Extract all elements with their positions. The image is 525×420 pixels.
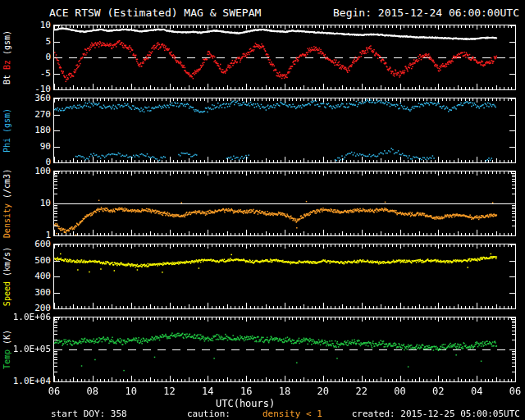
start-doy-label: start DOY: 358 (51, 409, 127, 419)
y-tick-label-phi: 90 (11, 141, 51, 152)
x-tick-label: 20 (312, 386, 335, 397)
y-axis-label-part: Density (2, 199, 11, 238)
y-axis-label-part: (km/s) (2, 247, 11, 276)
y-tick-label-density: 100 (11, 166, 51, 176)
y-tick-label-phi: 270 (11, 109, 51, 120)
y-axis-label-part: (/cm3) (2, 169, 11, 199)
created-timestamp: created: 2015-12-25 05:00:05UTC (352, 409, 520, 419)
y-tick-label-speed: 600 (11, 239, 51, 249)
y-axis-label-part: Bz (2, 55, 11, 70)
caution-density-value: density < 1 (262, 409, 322, 419)
y-axis-label-part: (gsm) (2, 30, 11, 55)
y-axis-label-part: Bt (2, 70, 11, 84)
x-tick-label: 08 (81, 386, 104, 397)
y-tick-label-speed: 400 (11, 271, 51, 281)
y-axis-label-part: Temp (2, 345, 11, 369)
x-tick-label: 14 (196, 386, 219, 397)
x-tick-label: 16 (235, 386, 258, 397)
panel-phi (53, 98, 516, 163)
y-tick-label-speed: 500 (11, 255, 51, 266)
y-tick-label-phi: 180 (11, 125, 51, 135)
x-tick-label: 22 (350, 386, 373, 397)
y-tick-label-temp: 1.0E+05 (11, 344, 51, 354)
density-plot-canvas (54, 171, 515, 235)
y-tick-label-mag: 0 (11, 52, 51, 62)
x-tick-label: 00 (389, 386, 412, 397)
chart-title: ACE RTSW (Estimated) MAG & SWEPAM (49, 7, 261, 19)
ace-rtsw-chart: ACE RTSW (Estimated) MAG & SWEPAM Begin:… (0, 0, 525, 420)
temp-plot-canvas (54, 317, 515, 381)
x-tick-label: 18 (273, 386, 296, 397)
x-tick-label: 12 (158, 386, 181, 397)
panel-speed (53, 244, 516, 309)
x-tick-label: 06 (43, 386, 66, 397)
y-tick-label-speed: 300 (11, 287, 51, 298)
x-tick-label: 04 (465, 386, 488, 397)
y-tick-label-mag: 10 (11, 20, 51, 30)
phi-plot-canvas (54, 98, 515, 162)
y-axis-label-part: (K) (2, 330, 11, 345)
y-tick-label-density: 10 (11, 198, 51, 208)
x-tick-label: 10 (120, 386, 143, 397)
x-axis-title: UTC(hours) (216, 398, 275, 409)
x-tick-label: 06 (504, 386, 525, 397)
y-tick-label-mag: -5 (11, 68, 51, 79)
panel-density (53, 171, 516, 236)
y-axis-label-part: Phi (gsm) (2, 108, 11, 153)
begin-timestamp: Begin: 2015-12-24 06:00:00UTC (333, 7, 519, 19)
y-tick-label-temp: 1.0E+06 (11, 312, 51, 322)
x-tick-label: 02 (427, 386, 450, 397)
caution-label: caution: (187, 409, 231, 419)
speed-plot-canvas (54, 244, 515, 308)
mag-plot-canvas (54, 25, 515, 89)
panel-temp (53, 317, 516, 382)
y-axis-label-part: Speed (2, 276, 11, 306)
panel-mag-bt-bz (53, 25, 516, 90)
y-tick-label-phi: 360 (11, 93, 51, 103)
y-tick-label-mag: 5 (11, 36, 51, 47)
